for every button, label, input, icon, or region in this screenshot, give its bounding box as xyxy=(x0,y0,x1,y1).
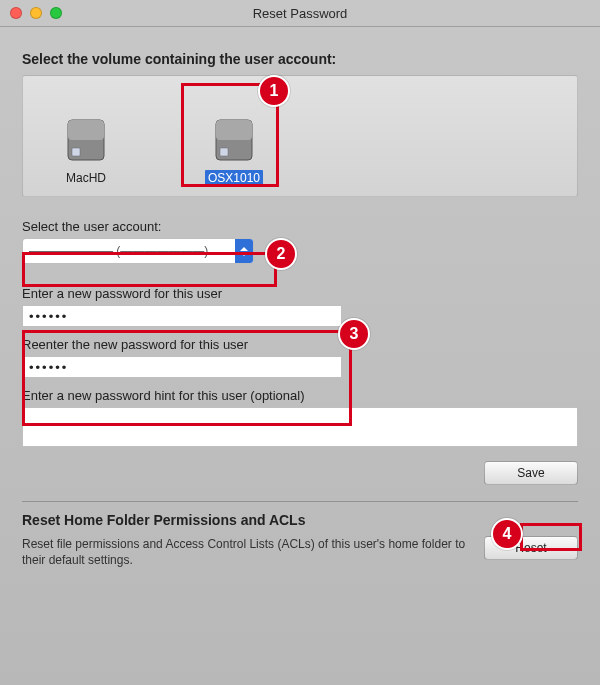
window-title: Reset Password xyxy=(0,6,600,21)
svg-rect-1 xyxy=(68,120,104,140)
password-hint-input[interactable] xyxy=(22,407,578,447)
select-value: ——————— (———————) xyxy=(23,244,235,258)
select-stepper-icon xyxy=(235,239,253,263)
hard-disk-icon xyxy=(210,116,258,164)
volume-picker: MacHD OSX1010 xyxy=(22,75,578,197)
divider xyxy=(22,501,578,502)
new-password-label: Enter a new password for this user xyxy=(22,286,578,301)
user-account-select[interactable]: ——————— (———————) xyxy=(22,238,254,264)
svg-rect-4 xyxy=(216,120,252,140)
volume-item-osx1010[interactable]: OSX1010 xyxy=(189,116,279,186)
volume-item-machd[interactable]: MacHD xyxy=(41,116,131,186)
acl-heading: Reset Home Folder Permissions and ACLs xyxy=(22,512,578,528)
confirm-password-input[interactable] xyxy=(22,356,342,378)
select-account-heading: Select the user account: xyxy=(22,219,578,234)
content-area: Select the volume containing the user ac… xyxy=(0,27,600,576)
svg-rect-2 xyxy=(72,148,80,156)
svg-rect-5 xyxy=(220,148,228,156)
select-volume-heading: Select the volume containing the user ac… xyxy=(22,51,578,67)
reset-password-window: Reset Password Select the volume contain… xyxy=(0,0,600,685)
hard-disk-icon xyxy=(62,116,110,164)
new-password-input[interactable] xyxy=(22,305,342,327)
titlebar: Reset Password xyxy=(0,0,600,27)
volume-label: OSX1010 xyxy=(205,170,263,186)
password-hint-label: Enter a new password hint for this user … xyxy=(22,388,578,403)
reset-acl-button[interactable]: Reset xyxy=(484,536,578,560)
acl-description: Reset file permissions and Access Contro… xyxy=(22,536,468,568)
save-button[interactable]: Save xyxy=(484,461,578,485)
confirm-password-label: Reenter the new password for this user xyxy=(22,337,578,352)
volume-label: MacHD xyxy=(63,170,109,186)
